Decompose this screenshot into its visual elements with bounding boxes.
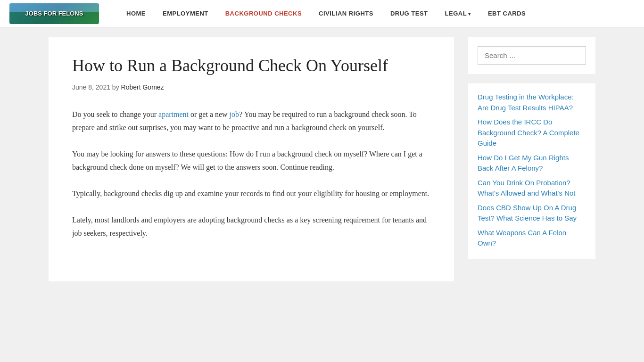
search-input[interactable] — [478, 46, 586, 65]
article-paragraph-0: Do you seek to change your apartment or … — [72, 108, 430, 134]
nav-item-legal: LEGAL — [437, 0, 479, 27]
navbar: JOBS FOR FELONS HOMEEMPLOYMENTBACKGROUND… — [0, 0, 644, 27]
sidebar-link-item-3: Can You Drink On Probation? What's Allow… — [478, 177, 586, 200]
nav-link-civilian-rights[interactable]: CIVILIAN RIGHTS — [310, 0, 382, 27]
nav-link-drug-test[interactable]: DRUG TEST — [382, 0, 437, 27]
sidebar-link-item-5: What Weapons Can A Felon Own? — [478, 227, 586, 250]
main-wrapper: How to Run a Background Check On Yoursel… — [39, 27, 605, 291]
nav-link-legal[interactable]: LEGAL — [437, 0, 479, 27]
inline-link-job[interactable]: job — [230, 110, 239, 118]
nav-item-background-checks: BACKGROUND CHECKS — [217, 0, 310, 27]
sidebar-related-link-4[interactable]: Does CBD Show Up On A Drug Test? What Sc… — [478, 204, 577, 222]
sidebar: Drug Testing in the Workplace: Are Drug … — [468, 37, 595, 281]
related-links-list: Drug Testing in the Workplace: Are Drug … — [478, 91, 586, 250]
sidebar-link-item-2: How Do I Get My Gun Rights Back After A … — [478, 152, 586, 175]
nav-item-ebt-cards: EBT CARDS — [479, 0, 534, 27]
nav-link-background-checks[interactable]: BACKGROUND CHECKS — [217, 0, 310, 27]
nav-item-home: HOME — [118, 0, 154, 27]
article-body: Do you seek to change your apartment or … — [72, 108, 430, 240]
article-date: June 8, 2021 — [72, 83, 110, 91]
article-by: by — [112, 83, 121, 91]
sidebar-link-item-0: Drug Testing in the Workplace: Are Drug … — [478, 91, 586, 114]
sidebar-related-link-5[interactable]: What Weapons Can A Felon Own? — [478, 229, 566, 247]
article-paragraph-1: You may be looking for answers to these … — [72, 148, 430, 174]
sidebar-search-box — [468, 37, 595, 74]
nav-item-civilian-rights: CIVILIAN RIGHTS — [310, 0, 382, 27]
sidebar-related-link-3[interactable]: Can You Drink On Probation? What's Allow… — [478, 179, 576, 197]
sidebar-link-item-4: Does CBD Show Up On A Drug Test? What Sc… — [478, 202, 586, 225]
main-content: How to Run a Background Check On Yoursel… — [49, 37, 454, 281]
article-meta: June 8, 2021 by Robert Gomez — [72, 83, 430, 91]
article-title: How to Run a Background Check On Yoursel… — [72, 56, 430, 76]
nav-item-employment: EMPLOYMENT — [154, 0, 217, 27]
nav-link-employment[interactable]: EMPLOYMENT — [154, 0, 217, 27]
site-logo[interactable]: JOBS FOR FELONS — [9, 3, 99, 24]
article-paragraph-3: Lately, most landlords and employers are… — [72, 214, 430, 240]
nav-menu: HOMEEMPLOYMENTBACKGROUND CHECKSCIVILIAN … — [118, 0, 534, 27]
nav-link-ebt-cards[interactable]: EBT CARDS — [479, 0, 534, 27]
sidebar-related-link-0[interactable]: Drug Testing in the Workplace: Are Drug … — [478, 93, 574, 112]
logo-text: JOBS FOR FELONS — [25, 10, 83, 17]
sidebar-related-link-2[interactable]: How Do I Get My Gun Rights Back After A … — [478, 154, 569, 173]
inline-link-apartment[interactable]: apartment — [158, 110, 189, 118]
sidebar-related-links: Drug Testing in the Workplace: Are Drug … — [468, 83, 595, 259]
article-paragraph-2: Typically, background checks dig up and … — [72, 187, 430, 200]
article-author[interactable]: Robert Gomez — [121, 83, 164, 91]
nav-item-drug-test: DRUG TEST — [382, 0, 437, 27]
sidebar-related-link-1[interactable]: How Does the IRCC Do Background Check? A… — [478, 118, 579, 147]
sidebar-link-item-1: How Does the IRCC Do Background Check? A… — [478, 116, 586, 150]
nav-link-home[interactable]: HOME — [118, 0, 154, 27]
